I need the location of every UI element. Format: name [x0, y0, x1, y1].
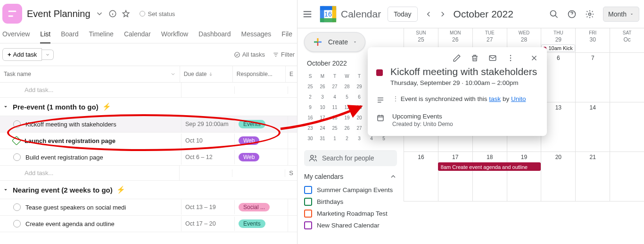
search-people-input[interactable]: Search for people: [304, 150, 397, 166]
checkbox-icon[interactable]: [304, 186, 312, 194]
chevron-down-icon[interactable]: [95, 9, 104, 18]
month-label: October 2022: [454, 8, 513, 20]
project-title: Event Planning: [27, 8, 91, 19]
section-header[interactable]: Nearing event (2 weeks to go)⚡: [0, 181, 297, 199]
gcal-header: 16 Calendar Today October 2022 Month: [297, 0, 644, 28]
star-icon[interactable]: [122, 9, 130, 18]
checkbox-icon[interactable]: [304, 210, 312, 218]
event-title: Kickoff meeting with stakeholders: [390, 66, 537, 77]
add-task-dropdown[interactable]: [42, 50, 54, 60]
checkbox-icon[interactable]: [304, 198, 312, 206]
list-toolbar: + Add task All tasks Filter: [0, 43, 297, 66]
all-tasks-filter[interactable]: All tasks: [234, 51, 265, 58]
set-status-button[interactable]: Set status: [140, 10, 175, 17]
hamburger-icon[interactable]: [302, 9, 313, 19]
svg-point-3: [234, 52, 239, 57]
search-icon[interactable]: [549, 9, 559, 19]
tag[interactable]: Social ...: [239, 203, 270, 211]
my-calendars-header[interactable]: My calendars: [304, 173, 397, 180]
svg-point-16: [510, 58, 511, 59]
gcal-logo: 16 Calendar: [319, 5, 381, 23]
tab-calendar[interactable]: Calendar: [124, 30, 151, 43]
tab-messages[interactable]: Messages: [241, 30, 272, 43]
info-icon[interactable]: [108, 9, 117, 18]
next-month-icon[interactable]: [438, 10, 447, 18]
svg-point-13: [311, 155, 314, 158]
section-header[interactable]: Pre-event (1 month to go)⚡: [0, 98, 297, 116]
col-header-responsible[interactable]: Responsible...: [233, 66, 286, 82]
caret-down-icon: [2, 186, 9, 193]
svg-point-10: [551, 10, 556, 16]
col-header-name: Task name: [4, 71, 31, 77]
check-circle-icon[interactable]: [13, 220, 21, 227]
tab-timeline[interactable]: Timeline: [89, 30, 114, 43]
milestone-icon: [12, 136, 21, 145]
event-details-popup: Kickoff meeting with stakeholders Thursd…: [368, 47, 547, 136]
svg-point-17: [510, 60, 511, 61]
unito-link[interactable]: Unito: [511, 95, 526, 102]
svg-text:16: 16: [324, 10, 332, 17]
list-column-headers: Task name Due date Responsible... E: [0, 66, 297, 83]
close-icon[interactable]: [530, 54, 538, 62]
svg-rect-8: [320, 18, 336, 22]
calendar-icon: [376, 114, 385, 122]
event-created-by: Created by: Unito Demo: [392, 121, 453, 127]
task-row[interactable]: Launch event registration page Oct 10 We…: [0, 133, 297, 149]
tag[interactable]: Web: [239, 153, 259, 161]
task-row[interactable]: Tease guest speakers on social medi Oct …: [0, 199, 297, 216]
mail-icon[interactable]: [488, 54, 497, 62]
col-header-due[interactable]: Due date: [180, 66, 233, 82]
event-description: ⋮ Event is synchronized with this task b…: [392, 95, 526, 102]
more-icon[interactable]: [506, 54, 515, 62]
task-row[interactable]: Build event registration page Oct 6 – 12…: [0, 149, 297, 166]
caret-down-icon: [2, 103, 9, 110]
status-circle-icon: [140, 11, 145, 17]
check-circle-icon[interactable]: [13, 153, 21, 161]
tab-workflow[interactable]: Workflow: [161, 30, 188, 43]
trash-icon[interactable]: [471, 54, 479, 62]
task-row[interactable]: Kickoff meeting with stakeholders Sep 29…: [0, 116, 297, 133]
add-task-inline[interactable]: Add task...: [0, 166, 180, 180]
col-header-extra: E: [286, 66, 297, 82]
calendar-item[interactable]: Summer Campaign Events: [304, 184, 397, 196]
tag[interactable]: Events: [239, 219, 265, 228]
edit-icon[interactable]: [453, 54, 461, 62]
task-row[interactable]: Create event agenda and outline Oct 17 –…: [0, 216, 297, 232]
tab-board[interactable]: Board: [61, 30, 78, 43]
help-icon[interactable]: [567, 9, 577, 19]
check-circle-icon[interactable]: [13, 203, 21, 211]
filter-button[interactable]: Filter: [272, 51, 295, 58]
checkbox-icon[interactable]: [304, 221, 312, 229]
svg-rect-1: [8, 16, 13, 17]
gear-icon[interactable]: [585, 9, 594, 19]
tab-file[interactable]: File: [281, 30, 292, 43]
arrow-down-icon: [208, 72, 213, 76]
calendar-item[interactable]: New Shared Calendar: [304, 219, 397, 231]
prev-month-icon[interactable]: [424, 10, 433, 18]
calendar-list: Summer Campaign EventsBirthdaysMarketing…: [304, 184, 397, 231]
svg-point-12: [589, 13, 591, 15]
add-task-button[interactable]: + Add task: [2, 48, 42, 61]
calendar-item[interactable]: Birthdays: [304, 196, 397, 208]
description-icon: [376, 96, 385, 104]
task-list: Add task...Pre-event (1 month to go)⚡ Ki…: [0, 83, 297, 232]
event-calendar-name: Upcoming Events: [392, 113, 453, 120]
check-circle-icon[interactable]: [13, 120, 21, 128]
add-task-inline[interactable]: Add task...: [0, 83, 182, 97]
create-button[interactable]: Create: [304, 32, 365, 52]
tab-list[interactable]: List: [40, 30, 50, 43]
tag[interactable]: Web: [239, 136, 259, 145]
tab-dashboard[interactable]: Dashboard: [198, 30, 231, 43]
calendar-item[interactable]: Marketing Roadmap Test: [304, 208, 397, 219]
event-bar[interactable]: 8am Create event agenda and outline: [438, 162, 541, 171]
view-switcher[interactable]: Month: [603, 7, 639, 22]
today-button[interactable]: Today: [388, 7, 417, 22]
project-header: Event Planning Set status: [0, 0, 297, 27]
event-datetime: Thursday, September 29 · 10:00am – 2:00p…: [390, 79, 537, 86]
svg-rect-18: [378, 116, 383, 121]
chevron-down-icon[interactable]: [170, 71, 176, 77]
task-link[interactable]: task: [489, 95, 501, 102]
tab-overview[interactable]: Overview: [2, 30, 30, 43]
project-icon: [2, 4, 22, 24]
tag[interactable]: Events: [239, 120, 265, 128]
